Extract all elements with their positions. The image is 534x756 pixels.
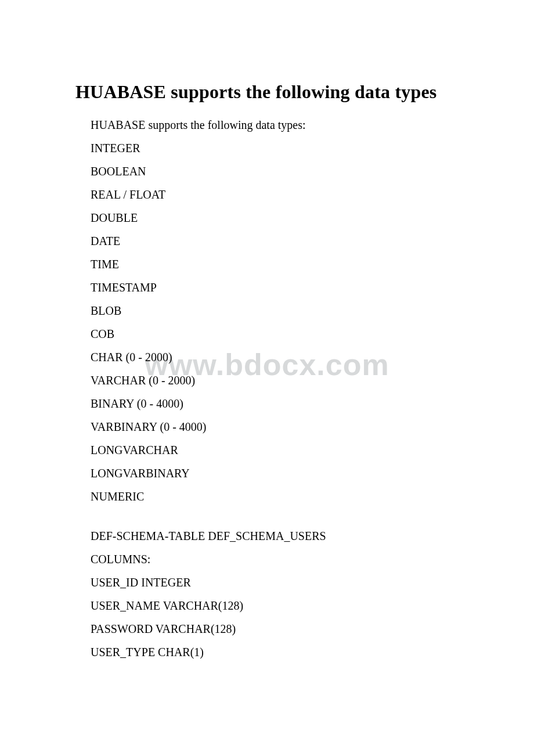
body-line: USER_ID INTEGER — [91, 577, 459, 588]
body-line: DATE — [91, 235, 459, 247]
document-body: HUABASE supports the following data type… — [75, 119, 459, 658]
body-line: HUABASE supports the following data type… — [91, 119, 459, 131]
body-line: BOOLEAN — [91, 165, 459, 177]
body-line: PASSWORD VARCHAR(128) — [91, 623, 459, 635]
body-line: DEF-SCHEMA-TABLE DEF_SCHEMA_USERS — [91, 530, 459, 542]
body-line: NUMERIC — [91, 491, 459, 502]
body-line: REAL / FLOAT — [91, 189, 459, 200]
body-line: LONGVARCHAR — [91, 444, 459, 456]
body-line: USER_NAME VARCHAR(128) — [91, 600, 459, 611]
body-line: VARBINARY (0 - 4000) — [91, 421, 459, 433]
body-line: COB — [91, 328, 459, 340]
body-line: VARCHAR (0 - 2000) — [91, 375, 459, 386]
body-line: CHAR (0 - 2000) — [91, 351, 459, 363]
paragraph-spacer — [91, 514, 459, 530]
body-line: TIME — [91, 258, 459, 270]
body-line: INTEGER — [91, 142, 459, 154]
body-line: COLUMNS: — [91, 553, 459, 565]
body-line: DOUBLE — [91, 212, 459, 224]
body-line: USER_TYPE CHAR(1) — [91, 646, 459, 658]
body-line: BINARY (0 - 4000) — [91, 398, 459, 409]
body-line: TIMESTAMP — [91, 282, 459, 293]
body-line: LONGVARBINARY — [91, 467, 459, 479]
body-line: BLOB — [91, 305, 459, 316]
page-title: HUABASE supports the following data type… — [75, 81, 459, 103]
